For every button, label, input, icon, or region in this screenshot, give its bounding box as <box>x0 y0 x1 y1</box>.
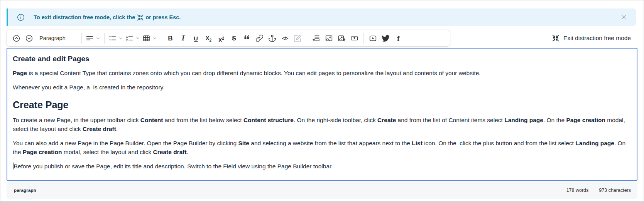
embed-twitter-button[interactable] <box>379 32 392 45</box>
chevron-up-circle-icon <box>12 34 20 42</box>
insert-field-button[interactable] <box>348 32 361 45</box>
distraction-free-editor-screen: To exit distraction free mode, click the… <box>0 0 644 203</box>
chevron-down-icon <box>96 36 100 40</box>
paragraph-block[interactable]: Whenever you edit a Page, a is created i… <box>13 83 631 92</box>
text-caret <box>13 163 14 169</box>
blockquote-icon: “ <box>243 34 251 42</box>
word-count: 178 words <box>566 188 589 193</box>
editor-status-bar: paragraph 178 words 973 characters <box>7 181 637 199</box>
move-up-button[interactable] <box>10 32 23 45</box>
compress-icon <box>552 35 559 42</box>
superscript-icon: X2 <box>217 34 225 42</box>
toolbar-divider <box>81 33 82 44</box>
move-down-button[interactable] <box>23 32 35 45</box>
video-icon <box>369 34 377 42</box>
toolbar-divider <box>307 33 307 44</box>
chevron-down-icon <box>135 36 140 40</box>
exit-hint-banner: To exit distraction free mode, click the… <box>7 8 636 26</box>
heading-block[interactable]: Create and edit Pages <box>13 55 631 63</box>
link-button[interactable] <box>253 32 266 45</box>
anchor-button[interactable] <box>266 32 279 45</box>
bold-button[interactable]: B <box>164 32 177 45</box>
edit-source-icon <box>294 34 302 42</box>
chevron-down-circle-icon <box>25 34 33 42</box>
banner-message-after: or press Esc. <box>145 14 181 20</box>
edit-custom-tag-button[interactable] <box>291 32 304 45</box>
blockquote-button[interactable]: “ <box>240 32 253 45</box>
editor-toolbar: Paragraph12BIUX2X2S“</>f <box>7 30 450 47</box>
chevron-down-icon <box>118 36 123 40</box>
compress-icon <box>137 14 144 21</box>
svg-text:2: 2 <box>126 39 128 42</box>
paragraph-format-dropdown[interactable]: Paragraph <box>35 32 79 45</box>
anchor-icon <box>268 34 276 42</box>
strikethrough-icon: S <box>230 34 238 42</box>
underline-button[interactable]: U <box>189 32 202 45</box>
banner-message-before: To exit distraction free mode, click the <box>34 14 135 20</box>
bottom-border-strip <box>0 201 644 203</box>
facebook-icon: f <box>394 34 402 42</box>
toolbar-row: Paragraph12BIUX2X2S“</>f Exit distractio… <box>7 30 637 47</box>
code-icon: </> <box>281 34 289 42</box>
bulleted-list-icon <box>108 34 117 42</box>
current-block-type: paragraph <box>14 188 36 193</box>
image-upload-icon <box>338 34 346 42</box>
insert-table-button[interactable] <box>141 32 158 45</box>
embed-facebook-button[interactable]: f <box>392 32 405 45</box>
insert-block-icon <box>312 34 320 42</box>
bold-icon: B <box>166 34 174 42</box>
paragraph-block[interactable]: Page is a special Content Type that cont… <box>13 69 631 77</box>
exit-button-label: Exit distraction free mode <box>563 35 631 42</box>
link-icon <box>255 34 264 42</box>
bulleted-list-button[interactable] <box>107 32 124 45</box>
banner-message: To exit distraction free mode, click the… <box>34 14 181 20</box>
svg-text:1: 1 <box>126 35 128 38</box>
insert-image-button[interactable] <box>323 32 335 45</box>
numbered-list-icon: 12 <box>125 34 134 42</box>
rich-text-editor[interactable]: Create and edit PagesPage is a special C… <box>7 48 637 181</box>
paragraph-block[interactable]: You can also add a new Page in the Page … <box>13 139 631 156</box>
close-icon <box>620 14 627 20</box>
paragraph-block[interactable]: To create a new Page, in the upper toolb… <box>13 116 631 133</box>
banner-close-button[interactable] <box>619 12 629 22</box>
table-icon <box>142 34 150 42</box>
dropdown-label: Paragraph <box>39 35 76 41</box>
underline-icon: U <box>192 34 200 42</box>
subscript-button[interactable]: X2 <box>202 32 215 45</box>
align-left-icon <box>86 34 94 42</box>
italic-button[interactable]: I <box>177 32 189 45</box>
insert-custom-tag-button[interactable] <box>310 32 323 45</box>
paragraph-block[interactable]: Before you publish or save the Page, edi… <box>13 162 631 171</box>
heading-block[interactable]: Create Page <box>13 99 631 111</box>
character-count: 973 characters <box>599 188 631 193</box>
strikethrough-button[interactable]: S <box>228 32 240 45</box>
upload-image-button[interactable] <box>335 32 348 45</box>
twitter-icon <box>382 34 390 42</box>
input-field-icon <box>350 34 358 42</box>
embed-video-button[interactable] <box>367 32 379 45</box>
superscript-button[interactable]: X2 <box>215 32 228 45</box>
info-icon <box>17 13 25 22</box>
subscript-icon: X2 <box>205 34 213 42</box>
toolbar-divider <box>104 33 105 44</box>
exit-distraction-free-button[interactable]: Exit distraction free mode <box>552 35 631 42</box>
italic-icon: I <box>179 34 187 42</box>
toolbar-divider <box>161 33 161 44</box>
text-alignment-button[interactable] <box>85 32 101 45</box>
code-button[interactable]: </> <box>279 32 291 45</box>
counts: 178 words 973 characters <box>566 188 631 193</box>
numbered-list-button[interactable]: 12 <box>124 32 141 45</box>
image-icon <box>325 34 333 42</box>
toolbar-divider <box>363 33 364 44</box>
chevron-down-icon <box>152 36 157 40</box>
